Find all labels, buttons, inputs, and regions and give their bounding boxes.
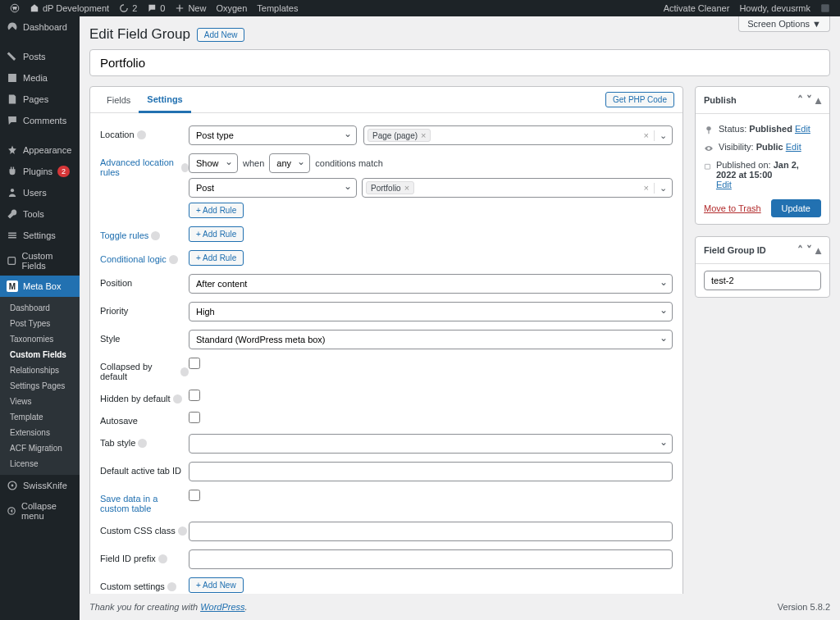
panel-up-icon[interactable]: ˄ (797, 93, 803, 107)
howdy-user[interactable]: Howdy, devusrmk (734, 3, 815, 13)
menu-settings[interactable]: Settings (0, 225, 80, 246)
remove-tag-icon[interactable]: × (421, 130, 426, 140)
submenu-taxonomies[interactable]: Taxonomies (0, 331, 80, 347)
toggle-rules-label[interactable]: Toggle rules (100, 230, 148, 240)
submenu-custom-fields[interactable]: Custom Fields (0, 347, 80, 362)
location-type-select[interactable]: Post type (189, 125, 357, 145)
menu-appearance[interactable]: Appearance (0, 139, 80, 161)
help-icon[interactable] (173, 394, 182, 403)
show-select[interactable]: Show (189, 153, 238, 173)
clear-icon[interactable]: × (639, 183, 654, 193)
edit-date-link[interactable]: Edit (716, 180, 732, 189)
conditional-logic-label[interactable]: Conditional logic (100, 254, 167, 264)
hidden-checkbox[interactable] (189, 390, 200, 401)
menu-dashboard[interactable]: Dashboard (0, 16, 80, 38)
help-icon[interactable] (180, 367, 189, 376)
updates[interactable]: 2 (114, 3, 142, 13)
chevron-down-icon[interactable]: ⌄ (654, 130, 672, 141)
when-text: when (243, 158, 264, 168)
help-icon[interactable] (181, 163, 189, 172)
group-id-header: Field Group ID (704, 245, 766, 255)
add-rule-button[interactable]: + Add Rule (189, 203, 244, 218)
submenu-extensions[interactable]: Extensions (0, 425, 80, 440)
get-php-code-button[interactable]: Get PHP Code (605, 92, 674, 107)
collapse-menu[interactable]: Collapse menu (0, 496, 80, 526)
menu-pages[interactable]: Pages (0, 89, 80, 110)
edit-visibility-link[interactable]: Edit (786, 142, 801, 152)
remove-tag-icon[interactable]: × (404, 183, 409, 193)
wordpress-link[interactable]: WordPress (200, 602, 244, 612)
rule-value-input[interactable]: Portfolio× ×⌄ (362, 178, 673, 198)
wp-logo[interactable] (5, 3, 25, 13)
group-title-input[interactable] (89, 49, 830, 76)
save-table-checkbox[interactable] (189, 490, 200, 501)
oxygen-menu[interactable]: Oxygen (211, 3, 252, 13)
menu-plugins[interactable]: Plugins2 (0, 161, 80, 182)
add-new-setting-button[interactable]: + Add New (189, 577, 244, 593)
user-avatar[interactable] (815, 3, 835, 13)
submenu-relationships[interactable]: Relationships (0, 362, 80, 378)
screen-options-tab[interactable]: Screen Options ▼ (738, 16, 830, 32)
add-rule-button[interactable]: + Add Rule (189, 226, 244, 242)
panel-up-icon[interactable]: ˄ (797, 244, 803, 257)
tabstyle-select[interactable] (189, 434, 673, 454)
panel-toggle-icon[interactable]: ▴ (815, 93, 821, 107)
menu-custom-fields-top[interactable]: Custom Fields (0, 246, 80, 276)
help-icon[interactable] (158, 554, 167, 563)
autosave-checkbox[interactable] (189, 412, 200, 423)
panel-down-icon[interactable]: ˅ (806, 93, 812, 107)
edit-status-link[interactable]: Edit (795, 124, 810, 134)
any-select[interactable]: any (269, 153, 310, 173)
tab-settings[interactable]: Settings (139, 88, 190, 113)
add-rule-button[interactable]: + Add Rule (189, 250, 244, 266)
group-id-panel: Field Group ID ˄˅▴ (695, 236, 830, 298)
site-name[interactable]: dP Development (25, 3, 114, 13)
group-id-input[interactable] (704, 271, 821, 290)
pin-icon (704, 125, 714, 135)
submenu-template[interactable]: Template (0, 409, 80, 425)
submenu-settings-pages[interactable]: Settings Pages (0, 378, 80, 394)
menu-meta-box[interactable]: MMeta Box (0, 276, 80, 297)
menu-comments[interactable]: Comments (0, 110, 80, 131)
location-value-input[interactable]: Page (page)× ×⌄ (363, 125, 673, 145)
submenu-license[interactable]: License (0, 456, 80, 472)
default-tab-input[interactable] (189, 462, 673, 481)
clear-icon[interactable]: × (639, 130, 654, 140)
update-button[interactable]: Update (771, 199, 821, 217)
priority-select[interactable]: High (189, 302, 673, 321)
comments-count[interactable]: 0 (142, 3, 170, 13)
menu-users[interactable]: Users (0, 182, 80, 203)
help-icon[interactable] (178, 527, 187, 536)
menu-posts[interactable]: Posts (0, 46, 80, 67)
submenu-acf-migration[interactable]: ACF Migration (0, 440, 80, 456)
submenu-dashboard[interactable]: Dashboard (0, 300, 80, 316)
menu-swissknife[interactable]: SwissKnife (0, 475, 80, 496)
help-icon[interactable] (167, 582, 176, 591)
new-content[interactable]: New (170, 3, 211, 13)
panel-down-icon[interactable]: ˅ (806, 244, 812, 257)
menu-tools[interactable]: Tools (0, 203, 80, 225)
rule-type-select[interactable]: Post (189, 178, 357, 198)
prefix-input[interactable] (189, 549, 673, 569)
tab-fields[interactable]: Fields (98, 89, 139, 112)
add-new-button[interactable]: Add New (197, 28, 245, 42)
css-class-label: Custom CSS class (100, 526, 176, 536)
style-select[interactable]: Standard (WordPress meta box) (189, 330, 673, 349)
position-select[interactable]: After content (189, 274, 673, 294)
save-table-label[interactable]: Save data in a custom table (100, 494, 189, 513)
activate-cleaner[interactable]: Activate Cleaner (659, 3, 735, 13)
move-to-trash-link[interactable]: Move to Trash (704, 203, 761, 213)
collapsed-checkbox[interactable] (189, 358, 200, 369)
menu-media[interactable]: Media (0, 67, 80, 89)
css-class-input[interactable] (189, 522, 673, 541)
help-icon[interactable] (137, 130, 146, 139)
chevron-down-icon[interactable]: ⌄ (654, 183, 672, 194)
help-icon[interactable] (151, 231, 160, 240)
submenu-views[interactable]: Views (0, 394, 80, 409)
panel-toggle-icon[interactable]: ▴ (815, 244, 821, 257)
submenu-post-types[interactable]: Post Types (0, 316, 80, 331)
templates-menu[interactable]: Templates (252, 3, 303, 13)
adv-rules-label[interactable]: Advanced location rules (100, 157, 179, 177)
help-icon[interactable] (138, 439, 147, 448)
help-icon[interactable] (169, 255, 178, 264)
